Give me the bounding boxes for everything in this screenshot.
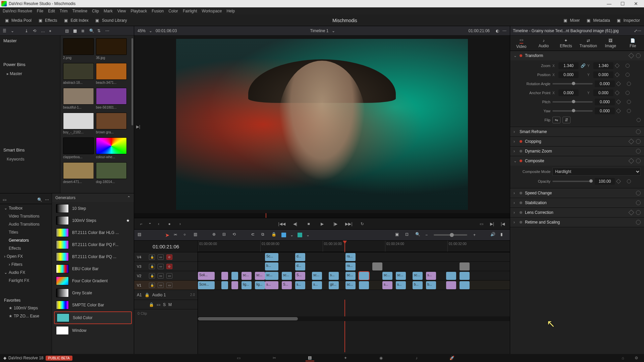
dynamic-trim-icon[interactable]: ⟐ — [183, 232, 190, 238]
tree-video-transitions[interactable]: Video Transitions — [0, 212, 52, 220]
stop-icon[interactable]: ■ — [305, 220, 312, 228]
fx-item-grey-scale[interactable]: Grey Scale — [54, 287, 132, 299]
tree-audiofx[interactable]: ⌄Audio FX — [0, 268, 52, 277]
options-icon[interactable]: ⋯ — [105, 28, 111, 33]
tree-titles[interactable]: Titles — [0, 228, 52, 236]
menu-davinci-resolve[interactable]: DaVinci Resolve — [3, 9, 32, 13]
track-head-v2[interactable]: V2🔒▭▭ — [134, 271, 198, 280]
effects-panel-icon[interactable]: ▭ — [3, 197, 6, 202]
zoom-fit-icon[interactable]: ⊡ — [405, 232, 411, 238]
timeline-clip[interactable]: s... — [382, 281, 392, 289]
composite-mode-select[interactable]: Hardlight — [552, 168, 641, 176]
fx-item-window[interactable]: Window — [54, 325, 132, 336]
reset-icon[interactable] — [626, 73, 630, 77]
mixer-button[interactable]: ▣Mixer — [562, 18, 580, 23]
timeline-clip[interactable]: b... — [265, 262, 278, 270]
auto-select-icon[interactable]: ▭ — [158, 254, 164, 260]
timeline-clip[interactable]: b... — [426, 281, 436, 289]
tree-fairlight[interactable]: Fairlight FX — [0, 277, 52, 285]
keyframe-icon[interactable] — [616, 81, 621, 86]
menu-file[interactable]: File — [37, 9, 43, 13]
keyframe-icon[interactable] — [615, 72, 620, 77]
maximize-button[interactable]: ☐ — [616, 0, 629, 7]
lock-icon[interactable]: 🔒 — [149, 264, 155, 269]
inspector-tab-video[interactable]: ▭Video — [511, 38, 531, 49]
opacity-slider[interactable] — [552, 181, 593, 182]
search-icon[interactable]: 🔍 — [37, 197, 42, 202]
overwrite-icon[interactable]: ▶| — [488, 220, 496, 228]
section-smart-reframe[interactable]: ›Smart Reframe — [510, 127, 644, 136]
menu-playback[interactable]: Playback — [130, 9, 147, 13]
edit-index-button[interactable]: ▣Edit Index — [63, 18, 89, 23]
fx-item-smpte-color-bar[interactable]: SMPTE Color Bar — [54, 299, 132, 311]
media-thumb[interactable]: bee-561801... — [96, 88, 127, 109]
timeline-clip[interactable]: sc... — [345, 272, 356, 280]
options-icon[interactable]: ⋯ — [502, 28, 506, 33]
chevron-down-icon[interactable]: ⌄ — [11, 28, 16, 33]
track-lane-v3[interactable]: b...d...ra... — [198, 261, 510, 271]
timeline-body[interactable]: 01:00:00:0001:00:08:0001:00:16:0001:00:2… — [198, 241, 510, 354]
timeline-clip[interactable] — [446, 272, 456, 280]
timeline-clip[interactable]: s... — [295, 281, 305, 289]
prev-frame-icon[interactable]: ◀| — [291, 220, 299, 228]
timeline-clip[interactable]: s... — [312, 281, 322, 289]
timeline-clip[interactable]: sc... — [345, 281, 356, 289]
track-head-v1[interactable]: V1🔒▭▭ — [134, 280, 198, 290]
view-metadata-icon[interactable]: ▤ — [65, 28, 70, 33]
media-thumb[interactable]: brown gra... — [96, 113, 127, 134]
timeline-clip[interactable]: sc... — [265, 272, 278, 280]
match-frame-icon[interactable]: ● — [166, 220, 173, 228]
timeline-clip[interactable]: S... — [295, 272, 305, 280]
media-thumb[interactable]: boy_-_2182... — [63, 113, 94, 134]
track-head-a1[interactable]: A1 🔒 Audio 1 2.0 — [134, 290, 198, 300]
trim-tool-icon[interactable]: ⫘ — [173, 232, 179, 238]
auto-select-icon[interactable]: ▭ — [158, 264, 164, 269]
timeline-clip[interactable]: gir... — [329, 281, 339, 289]
disable-track-icon[interactable]: ▭ — [166, 283, 172, 288]
sync-icon[interactable]: ⟲ — [33, 28, 38, 33]
timeline-clip[interactable]: sc... — [241, 272, 252, 280]
sound-library-button[interactable]: ▣Sound Library — [95, 18, 127, 23]
pitch-field[interactable]: 0.000 — [595, 99, 615, 105]
options-icon[interactable]: ⋯ — [637, 28, 641, 33]
fusion-page-icon[interactable]: ✦ — [341, 355, 350, 361]
timeline-clip[interactable] — [231, 272, 238, 280]
next-frame-icon[interactable]: |▶ — [332, 220, 339, 228]
go-end-icon[interactable]: ▶▶| — [345, 220, 353, 228]
collapse-icon[interactable]: ⌃ — [127, 195, 130, 200]
keyframe-icon[interactable] — [615, 90, 620, 95]
flip-v-button[interactable]: ⇵ — [562, 117, 571, 123]
timeline-clip[interactable]: ra... — [345, 253, 356, 261]
timeline-clip[interactable] — [359, 281, 369, 289]
selection-tool-icon[interactable]: ➤ — [165, 232, 169, 238]
timeline-clip[interactable]: Scre... — [198, 281, 215, 289]
minimize-button[interactable]: — — [602, 0, 616, 7]
track-lane-a1[interactable] — [198, 290, 510, 300]
timeline-clip[interactable] — [231, 281, 238, 289]
timeline-clip[interactable]: sc... — [312, 272, 322, 280]
rotation-slider[interactable] — [552, 83, 593, 84]
bin-master[interactable]: Master — [0, 36, 60, 46]
mark-in-icon[interactable]: ⌐ — [138, 220, 145, 228]
disable-track-icon[interactable]: ▭ — [166, 273, 172, 279]
tree-openfx[interactable]: ›Open FX — [0, 252, 52, 260]
reset-icon[interactable] — [627, 109, 631, 113]
timeline-clip[interactable]: sc... — [382, 272, 392, 280]
sort-icon[interactable]: ⇅ — [97, 28, 103, 33]
reset-icon[interactable] — [626, 91, 630, 95]
reset-icon[interactable] — [636, 220, 641, 225]
timeline-ruler[interactable]: 01:00:00:0001:00:08:0001:00:16:0001:00:2… — [198, 241, 510, 252]
reset-icon[interactable] — [637, 118, 641, 122]
marker-icon[interactable] — [298, 233, 302, 237]
link-icon[interactable]: 🔗 — [581, 63, 585, 68]
color-page-icon[interactable]: ◉ — [377, 355, 385, 361]
timeline-clip[interactable] — [446, 281, 456, 289]
search-icon[interactable]: 🔍 — [89, 28, 95, 33]
deliver-page-icon[interactable]: 🚀 — [448, 355, 457, 361]
menu-workspace[interactable]: Workspace — [202, 9, 222, 13]
reset-icon[interactable] — [627, 82, 631, 86]
zoom-detail-icon[interactable]: 🔍 — [415, 232, 421, 238]
timeline-clip[interactable]: Sc... — [265, 253, 278, 261]
fx-item-four-color-gradient[interactable]: Four Color Gradient — [54, 275, 132, 287]
step-forward-icon[interactable]: ▶| — [136, 124, 140, 129]
